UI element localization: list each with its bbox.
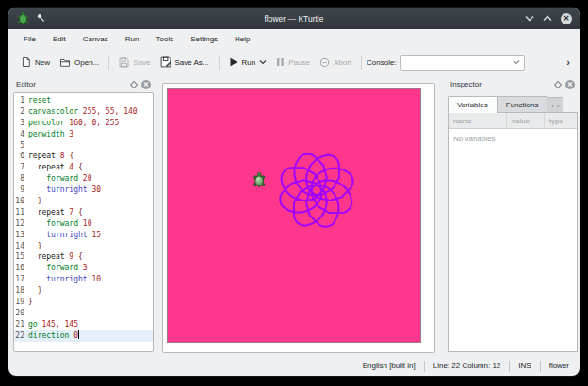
console-label: Console: [367,58,397,67]
line-number: 21 [14,319,28,330]
status-bar: English [built in] Line: 22 Column: 12 I… [8,356,580,376]
status-language: English [built in] [363,362,416,370]
line-number: 15 [14,251,28,263]
editor-panel: Editor ✕ 1reset2canvascolor 255, 55, 140… [10,75,155,356]
close-panel-icon[interactable]: ✕ [141,80,151,89]
editor-line[interactable]: 15 repeat 9 { [14,251,153,263]
editor-line[interactable]: 14 } [14,241,153,252]
console-input[interactable] [400,55,525,71]
save-icon [119,57,129,68]
line-number: 2 [14,106,28,118]
menu-item-file[interactable]: File [15,32,44,46]
toolbar-separator [219,56,220,70]
line-number: 5 [14,140,28,152]
editor-line[interactable]: 8 forward 20 [14,173,153,185]
editor-line[interactable]: 4penwidth 3 [14,129,153,140]
editor-line[interactable]: 1reset [14,95,153,106]
line-number: 8 [14,173,28,185]
close-icon[interactable]: ✕ [561,13,572,24]
column-header-type[interactable]: type [545,113,577,128]
run-dropdown-icon [259,59,267,65]
menu-bar: FileEditCanvasRunToolsSettingsHelp [8,29,580,49]
editor-line[interactable]: 20 [14,308,153,319]
menu-item-run[interactable]: Run [117,32,148,46]
pin-icon[interactable] [36,13,45,24]
canvas-area [162,83,435,353]
line-number: 6 [14,151,28,162]
open-folder-icon [59,57,71,68]
column-header-name[interactable]: name [449,113,507,128]
menu-item-tools[interactable]: Tools [148,32,183,46]
tab-scroll-left-icon[interactable]: ‹ [551,103,553,109]
kturtle-window: flower — KTurtle [8,8,580,376]
editor-line[interactable]: 21go 145, 145 [14,319,153,330]
tab-variables[interactable]: Variables [448,96,498,113]
menu-item-help[interactable]: Help [226,32,258,46]
line-number: 17 [14,274,28,285]
tab-scroll-right-icon[interactable]: › [557,103,559,109]
close-panel-icon[interactable]: ✕ [565,80,575,89]
toolbar-separator [108,56,109,70]
editor-line[interactable]: 3pencolor 160, 0, 255 [14,118,153,129]
save-button[interactable]: Save [114,55,155,71]
editor-line[interactable]: 10 } [14,196,153,207]
run-icon [229,57,238,67]
line-number: 12 [14,218,28,230]
no-variables-text: No variables [449,129,577,143]
status-cursor-position: Line: 22 Column: 12 [433,362,501,370]
line-number: 14 [14,241,28,252]
editor-line[interactable]: 7 repeat 4 { [14,162,153,173]
editor-line[interactable]: 13 turnright 15 [14,230,153,241]
line-number: 9 [14,185,28,196]
editor-line[interactable]: 2canvascolor 255, 55, 140 [14,106,153,118]
line-number: 16 [14,263,28,274]
abort-button[interactable]: Abort [315,55,356,71]
toolbar-separator [361,56,362,70]
new-button[interactable]: New [16,54,55,71]
open-button[interactable]: Open... [55,55,104,71]
inspector-panel: Inspector ✕ Variables Functions ‹ › name… [445,75,579,356]
tab-scroll: ‹ › [547,97,564,113]
window-title: flower — KTurtle [8,14,580,24]
line-number: 22 [14,330,28,342]
editor-line[interactable]: 6repeat 8 { [14,151,153,162]
minimize-icon[interactable] [525,14,534,24]
line-number: 3 [14,118,28,129]
menu-item-edit[interactable]: Edit [44,32,74,46]
title-bar[interactable]: flower — KTurtle [8,8,580,29]
editor-line[interactable]: 19} [14,297,153,308]
line-number: 19 [14,297,28,308]
line-number: 4 [14,129,28,140]
menu-item-canvas[interactable]: Canvas [74,32,117,46]
float-panel-icon[interactable] [130,80,138,88]
toolbar: New Open... Save Save As... [8,49,580,75]
pause-button[interactable]: Pause [271,55,315,70]
column-header-value[interactable]: value [507,113,545,128]
save-as-button[interactable]: Save As... [155,54,214,71]
tab-functions[interactable]: Functions [497,96,548,113]
maximize-icon[interactable] [543,14,552,24]
inspector-tabs: Variables Functions ‹ › [448,93,578,113]
editor-panel-title: Editor [16,80,36,88]
editor-line[interactable]: 16 forward 3 [14,263,153,274]
chevron-down-icon [513,59,520,65]
editor-line[interactable]: 22direction 0 [14,330,153,342]
new-file-icon [21,56,31,68]
line-number: 1 [14,95,28,106]
editor-line[interactable]: 5 [14,140,153,152]
editor-line[interactable]: 9 turnright 30 [14,185,153,196]
float-panel-icon[interactable] [554,80,562,88]
line-number: 11 [14,207,28,218]
turtle-icon [17,11,29,26]
line-number: 13 [14,230,28,241]
run-button[interactable]: Run [224,55,272,70]
status-insert-mode: INS [518,362,531,370]
toolbar-overflow-icon[interactable]: › [566,56,572,68]
menu-item-settings[interactable]: Settings [182,32,226,46]
editor-line[interactable]: 18 } [14,285,153,297]
editor-line[interactable]: 12 forward 10 [14,218,153,230]
inspector-panel-title: Inspector [450,80,482,88]
editor-line[interactable]: 17 turnright 10 [14,274,153,285]
editor-line[interactable]: 11 repeat 7 { [14,207,153,218]
code-editor[interactable]: 1reset2canvascolor 255, 55, 1403pencolor… [13,92,154,352]
